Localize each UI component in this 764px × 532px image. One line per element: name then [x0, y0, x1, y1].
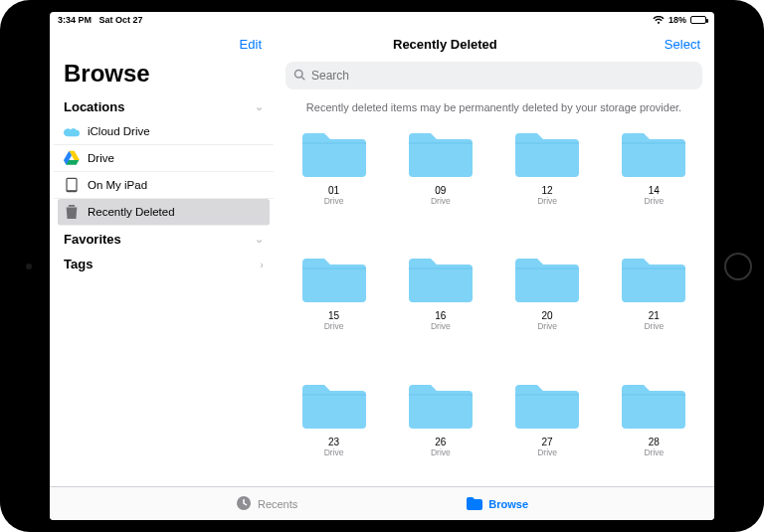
- folder-item[interactable]: 14Drive: [612, 127, 696, 235]
- trash-icon: [64, 204, 80, 220]
- status-right: 18%: [653, 15, 706, 25]
- folder-source: Drive: [644, 321, 664, 331]
- status-bar: 3:34 PM Sat Oct 27 18%: [50, 12, 714, 28]
- sidebar-item-drive[interactable]: Drive: [54, 145, 274, 172]
- folder-source: Drive: [644, 447, 664, 457]
- folder-grid: 01Drive09Drive12Drive14Drive15Drive16Dri…: [286, 127, 702, 486]
- folder-name: 16: [435, 310, 446, 321]
- google-drive-icon: [64, 150, 80, 166]
- tab-label: Recents: [258, 498, 297, 510]
- camera-dot: [26, 264, 32, 269]
- folder-icon: [298, 379, 370, 433]
- tags-header[interactable]: Tags ›: [54, 251, 274, 275]
- folder-source: Drive: [537, 321, 557, 331]
- folder-name: 21: [649, 310, 660, 321]
- folder-name: 27: [542, 437, 553, 447]
- folder-icon: [511, 253, 583, 306]
- edit-button[interactable]: Edit: [240, 37, 262, 52]
- folder-source: Drive: [537, 447, 557, 457]
- folder-source: Drive: [431, 321, 451, 331]
- folder-item[interactable]: 27Drive: [505, 379, 590, 486]
- folder-item[interactable]: 23Drive: [291, 379, 376, 486]
- chevron-right-icon: ›: [260, 259, 264, 270]
- search-input[interactable]: [311, 69, 694, 83]
- status-date: Sat Oct 27: [99, 15, 143, 25]
- folder-source: Drive: [537, 196, 557, 206]
- folder-icon: [467, 496, 482, 512]
- ipad-device-frame: 3:34 PM Sat Oct 27 18% Edit Recently Del…: [0, 0, 764, 532]
- folder-icon: [298, 253, 370, 306]
- sidebar: Browse Locations ⌄ iCloud Drive: [50, 60, 274, 486]
- select-button[interactable]: Select: [665, 37, 700, 52]
- folder-item[interactable]: 09Drive: [398, 127, 482, 235]
- sidebar-item-label: Recently Deleted: [88, 206, 175, 218]
- favorites-label: Favorites: [64, 232, 121, 247]
- search-field[interactable]: [286, 62, 702, 89]
- wifi-icon: [653, 16, 665, 25]
- folder-icon: [298, 127, 370, 181]
- folder-name: 20: [542, 310, 553, 321]
- svg-rect-1: [68, 179, 77, 190]
- folder-source: Drive: [324, 447, 344, 457]
- deletion-notice: Recently deleted items may be permanentl…: [286, 101, 702, 113]
- folder-icon: [405, 253, 477, 306]
- folder-item[interactable]: 20Drive: [505, 253, 590, 360]
- folder-item[interactable]: 15Drive: [291, 253, 376, 360]
- svg-point-2: [295, 71, 303, 79]
- status-left: 3:34 PM Sat Oct 27: [58, 15, 143, 25]
- page-title: Recently Deleted: [393, 37, 497, 52]
- folder-source: Drive: [644, 196, 664, 206]
- battery-percent: 18%: [668, 15, 686, 25]
- tags-label: Tags: [64, 257, 93, 271]
- folder-icon: [618, 253, 689, 306]
- battery-icon: [690, 16, 706, 24]
- folder-name: 26: [435, 437, 446, 447]
- folder-name: 28: [649, 437, 660, 447]
- folder-item[interactable]: 01Drive: [291, 127, 376, 235]
- folder-item[interactable]: 12Drive: [505, 127, 590, 235]
- folder-icon: [511, 379, 583, 433]
- locations-list: iCloud Drive Drive On My iPad: [54, 118, 274, 226]
- tab-recents[interactable]: Recents: [236, 495, 297, 513]
- locations-header[interactable]: Locations ⌄: [54, 93, 274, 118]
- bottom-tab-bar: Recents Browse: [50, 486, 714, 520]
- folder-name: 15: [328, 310, 339, 321]
- folder-source: Drive: [324, 321, 344, 331]
- folder-name: 09: [435, 185, 446, 196]
- search-icon: [293, 67, 305, 85]
- sidebar-item-label: On My iPad: [88, 179, 147, 191]
- clock-icon: [236, 495, 252, 513]
- folder-source: Drive: [431, 196, 451, 206]
- folder-name: 14: [649, 185, 660, 196]
- folder-icon: [618, 379, 689, 433]
- sidebar-item-label: iCloud Drive: [88, 125, 150, 137]
- folder-icon: [618, 127, 689, 181]
- folder-icon: [405, 379, 477, 433]
- folder-name: 12: [542, 185, 553, 196]
- sidebar-item-icloud-drive[interactable]: iCloud Drive: [54, 118, 274, 145]
- sidebar-item-recently-deleted[interactable]: Recently Deleted: [58, 199, 270, 226]
- folder-name: 23: [328, 437, 339, 447]
- favorites-header[interactable]: Favorites ⌄: [54, 226, 274, 251]
- status-time: 3:34 PM: [58, 15, 92, 25]
- home-button[interactable]: [724, 253, 752, 280]
- folder-item[interactable]: 21Drive: [612, 253, 696, 360]
- chevron-down-icon: ⌄: [255, 233, 264, 246]
- folder-item[interactable]: 16Drive: [398, 253, 482, 360]
- folder-source: Drive: [431, 447, 451, 457]
- svg-line-3: [301, 77, 304, 80]
- folder-icon: [511, 127, 583, 181]
- folder-source: Drive: [324, 196, 344, 206]
- folder-item[interactable]: 26Drive: [398, 379, 482, 486]
- sidebar-item-on-my-ipad[interactable]: On My iPad: [54, 172, 274, 199]
- tab-label: Browse: [488, 498, 528, 510]
- main-content: Recently deleted items may be permanentl…: [274, 60, 714, 486]
- ipad-icon: [64, 177, 80, 193]
- browse-heading: Browse: [54, 60, 274, 93]
- folder-item[interactable]: 28Drive: [612, 379, 696, 486]
- tab-browse[interactable]: Browse: [467, 496, 528, 512]
- top-toolbar: Edit Recently Deleted Select: [50, 28, 714, 60]
- cloud-icon: [64, 123, 80, 139]
- screen: 3:34 PM Sat Oct 27 18% Edit Recently Del…: [50, 12, 714, 520]
- folder-name: 01: [328, 185, 339, 196]
